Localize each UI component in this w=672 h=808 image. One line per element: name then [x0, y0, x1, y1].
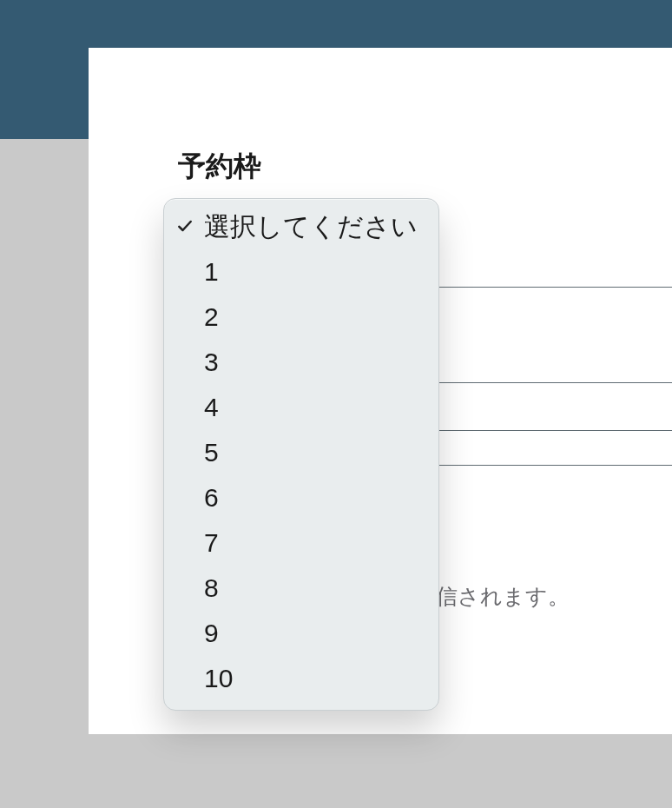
select-option-label: 4 — [204, 393, 219, 421]
select-option-6[interactable]: 6 — [164, 475, 438, 520]
select-option-3[interactable]: 3 — [164, 340, 438, 385]
select-option-10[interactable]: 10 — [164, 656, 438, 701]
select-option-4[interactable]: 4 — [164, 385, 438, 430]
select-option-9[interactable]: 9 — [164, 611, 438, 656]
select-option-1[interactable]: 1 — [164, 249, 438, 295]
input-underline — [436, 465, 672, 466]
select-option-label: 10 — [204, 664, 233, 692]
select-option-8[interactable]: 8 — [164, 566, 438, 611]
select-option-label: 8 — [204, 573, 219, 602]
input-underline — [436, 382, 672, 383]
field-label-reservation-slots: 予約枠 — [178, 148, 672, 186]
reservation-slot-select-menu[interactable]: 選択してください 1 2 3 4 5 6 7 8 9 10 — [163, 198, 439, 711]
select-option-label: 6 — [204, 483, 219, 512]
helper-text: 信されます。 — [436, 582, 570, 611]
select-option-label: 選択してください — [204, 212, 418, 241]
check-icon — [176, 217, 194, 235]
select-option-label: 5 — [204, 438, 219, 467]
select-option-label: 3 — [204, 348, 219, 376]
input-underline — [436, 287, 672, 288]
input-underline — [436, 430, 672, 431]
select-option-label: 9 — [204, 619, 219, 647]
select-option-2[interactable]: 2 — [164, 295, 438, 340]
select-option-5[interactable]: 5 — [164, 430, 438, 475]
select-option-label: 2 — [204, 302, 219, 331]
select-option-label: 7 — [204, 528, 219, 557]
select-option-placeholder[interactable]: 選択してください — [164, 204, 438, 249]
select-option-7[interactable]: 7 — [164, 520, 438, 566]
select-option-label: 1 — [204, 257, 219, 286]
